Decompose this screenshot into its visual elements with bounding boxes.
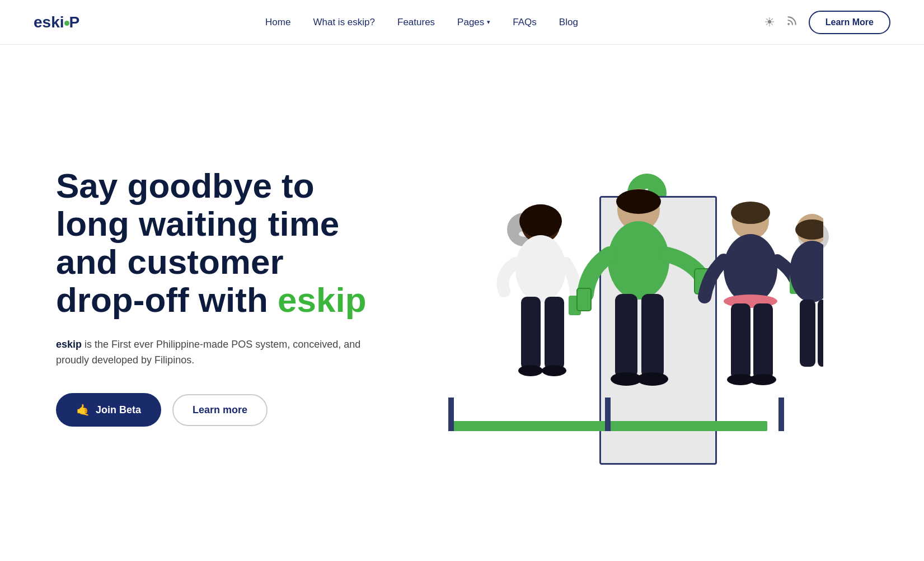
svg-rect-7 — [521, 297, 541, 370]
svg-point-9 — [518, 365, 543, 376]
nav-item-features[interactable]: Features — [397, 17, 435, 28]
nav-item-home[interactable]: Home — [265, 17, 290, 28]
hero-section: Say goodbye to long waiting time and cus… — [0, 45, 924, 549]
svg-point-21 — [731, 202, 770, 224]
hero-subtext: eskip is the First ever Philippine-made … — [56, 336, 381, 369]
chevron-down-icon: ▾ — [487, 18, 490, 26]
svg-rect-16 — [615, 294, 637, 378]
nav-links: Home What is eskip? Features Pages ▾ FAQ… — [265, 17, 578, 28]
svg-point-12 — [616, 189, 661, 214]
hero-headline: Say goodbye to long waiting time and cus… — [56, 167, 381, 320]
svg-point-4 — [519, 204, 562, 238]
svg-point-19 — [637, 372, 668, 386]
nav-item-what-is-eskip[interactable]: What is eskip? — [313, 17, 375, 28]
figures-illustration — [454, 157, 823, 437]
svg-rect-15 — [577, 288, 591, 311]
theme-toggle-icon[interactable]: ☀ — [764, 15, 775, 30]
nav-item-pages[interactable]: Pages ▾ — [457, 17, 490, 28]
svg-rect-33 — [818, 300, 823, 367]
logo-text-part2: P — [69, 13, 80, 31]
svg-point-10 — [542, 365, 566, 376]
nav-actions: ☀ Learn More — [764, 11, 890, 34]
logo[interactable]: eskiP — [34, 13, 79, 31]
svg-rect-26 — [753, 303, 773, 379]
logo-text-part1: eski — [34, 13, 64, 31]
hero-content: Say goodbye to long waiting time and cus… — [56, 167, 381, 427]
person-1-figure — [503, 204, 581, 376]
svg-point-0 — [788, 24, 789, 25]
navbar: eskiP Home What is eskip? Features Pages… — [0, 0, 924, 45]
nav-learn-more-button[interactable]: Learn More — [809, 11, 890, 34]
barrier-post-1 — [448, 398, 454, 431]
hero-illustration: 1 3 — [381, 129, 879, 465]
svg-point-28 — [749, 374, 776, 385]
person-3-figure — [705, 202, 802, 385]
person-4-partial — [790, 214, 823, 367]
svg-point-22 — [724, 234, 777, 303]
person-2-figure — [577, 189, 711, 386]
learn-more-hero-button[interactable]: Learn more — [172, 394, 268, 426]
svg-rect-8 — [545, 297, 564, 370]
hand-icon: 🤙 — [76, 403, 90, 417]
join-beta-button[interactable]: 🤙 Join Beta — [56, 393, 161, 427]
hero-buttons: 🤙 Join Beta Learn more — [56, 393, 381, 427]
illustration-scene: 1 3 — [420, 140, 840, 465]
nav-item-faqs[interactable]: FAQs — [513, 17, 537, 28]
svg-point-5 — [515, 235, 566, 302]
svg-point-13 — [608, 221, 669, 300]
svg-rect-25 — [731, 303, 751, 379]
nav-item-blog[interactable]: Blog — [559, 17, 578, 28]
logo-green-dot-icon — [64, 21, 69, 26]
svg-rect-32 — [800, 300, 815, 367]
rss-icon[interactable] — [786, 15, 798, 29]
svg-rect-17 — [641, 294, 664, 378]
